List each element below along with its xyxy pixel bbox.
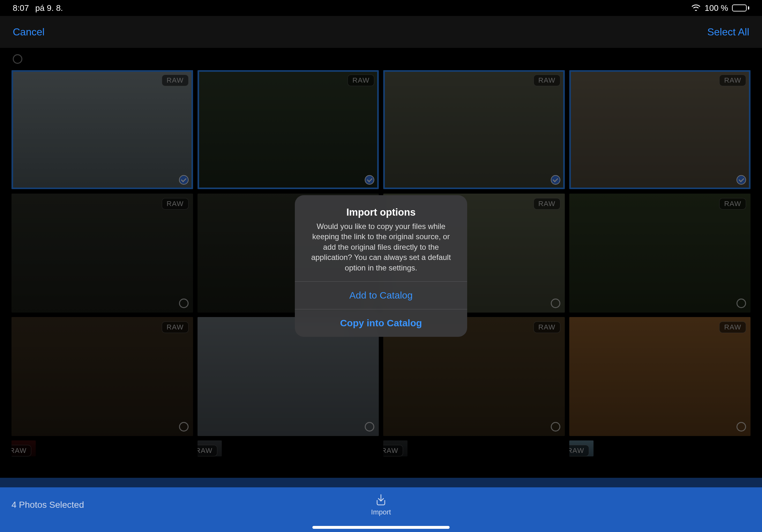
photo-thumbnail[interactable]: RAW (569, 70, 751, 189)
photo-thumbnail[interactable]: RAW (569, 317, 751, 436)
raw-badge: RAW (383, 445, 403, 456)
dialog-title: Import options (306, 207, 456, 218)
section-select-toggle[interactable] (13, 54, 22, 64)
bottom-toolbar: 4 Photos Selected Import (0, 478, 762, 532)
photo-thumbnail[interactable]: RAW (569, 194, 751, 312)
import-button[interactable]: Import (371, 494, 391, 516)
cancel-button[interactable]: Cancel (13, 26, 45, 38)
photo-thumbnail[interactable]: RAW (12, 194, 193, 312)
raw-badge: RAW (162, 198, 189, 210)
selection-checkmark[interactable] (179, 299, 189, 308)
selection-checkmark[interactable] (736, 299, 746, 308)
battery-percent: 100 % (705, 3, 728, 13)
raw-badge: RAW (12, 445, 31, 456)
photo-thumbnail[interactable]: RAW (197, 440, 222, 456)
raw-badge: RAW (534, 75, 560, 86)
add-to-catalog-button[interactable]: Add to Catalog (295, 281, 467, 309)
photo-thumbnail[interactable]: RAW (12, 70, 193, 189)
raw-badge: RAW (162, 75, 189, 86)
selection-checkmark[interactable] (179, 422, 189, 432)
home-indicator[interactable] (312, 526, 450, 529)
selection-checkmark[interactable] (365, 422, 374, 432)
import-icon (375, 494, 387, 506)
selection-checkmark[interactable] (365, 175, 374, 185)
photo-thumbnail[interactable]: RAW (383, 70, 565, 189)
selection-checkmark[interactable] (551, 175, 560, 185)
selection-checkmark[interactable] (551, 422, 560, 432)
selection-checkmark[interactable] (551, 299, 560, 308)
import-options-dialog: Import options Would you like to copy yo… (295, 195, 467, 337)
status-bar: 8:07 pá 9. 8. 100 % (0, 0, 762, 16)
photo-thumbnail[interactable]: RAW (12, 440, 36, 456)
status-time: 8:07 (13, 3, 29, 13)
wifi-icon (691, 3, 701, 13)
raw-badge: RAW (162, 321, 189, 333)
selection-checkmark[interactable] (736, 175, 746, 185)
photo-thumbnail[interactable]: RAW (12, 317, 193, 436)
import-button-label: Import (371, 508, 391, 516)
battery-icon (732, 4, 749, 12)
dialog-message: Would you like to copy your files while … (306, 221, 456, 273)
navigation-bar: Cancel Select All (0, 16, 762, 48)
select-all-button[interactable]: Select All (707, 26, 749, 38)
status-date: pá 9. 8. (36, 3, 63, 13)
raw-badge: RAW (534, 321, 560, 333)
raw-badge: RAW (719, 198, 746, 210)
raw-badge: RAW (719, 321, 746, 333)
raw-badge: RAW (569, 445, 589, 456)
photo-thumbnail[interactable]: RAW (383, 440, 408, 456)
selection-checkmark[interactable] (736, 422, 746, 432)
raw-badge: RAW (197, 445, 217, 456)
selection-checkmark[interactable] (179, 175, 189, 185)
raw-badge: RAW (534, 198, 560, 210)
photo-thumbnail[interactable]: RAW (569, 440, 593, 456)
raw-badge: RAW (719, 75, 746, 86)
photo-thumbnail[interactable]: RAW (197, 70, 379, 189)
copy-into-catalog-button[interactable]: Copy into Catalog (295, 309, 467, 337)
selection-count-label: 4 Photos Selected (12, 500, 84, 510)
raw-badge: RAW (347, 75, 374, 86)
